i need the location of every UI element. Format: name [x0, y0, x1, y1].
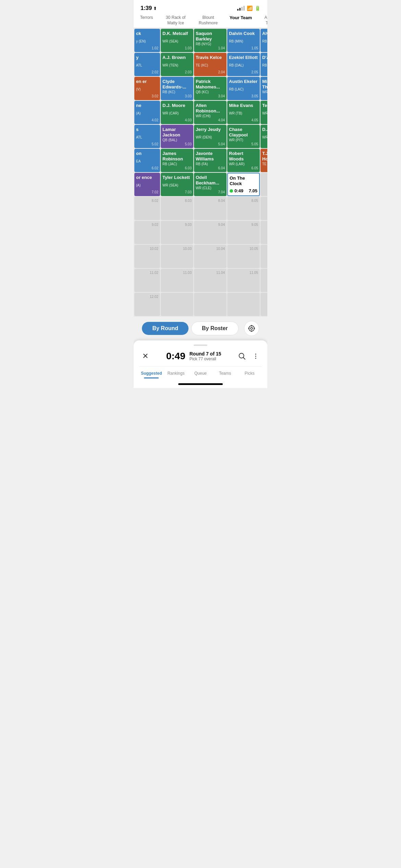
bottom-controls: ✕ 0:49 Round 7 of 15 Pick 77 overall [139, 350, 262, 362]
draft-grid: ck y (EN) 1.02 D.K. Metcalf WR (SEA) 1.0… [134, 28, 267, 317]
svg-point-9 [255, 356, 256, 357]
cell-2-5[interactable]: D'Andre Swift RB (DET) 2.06 [260, 53, 267, 76]
svg-point-1 [251, 327, 253, 329]
cell-2-1[interactable]: y ATL 2.02 [134, 53, 160, 76]
team-header-4: Your Team [224, 15, 257, 26]
more-options-button[interactable] [250, 350, 262, 362]
cell-6-2[interactable]: James Robinson RB (JAC) 6.03 [161, 149, 193, 172]
cell-1-1[interactable]: ck y (EN) 1.02 [134, 29, 160, 52]
cell-11-4: 11.05 [227, 269, 260, 292]
cell-5-4[interactable]: Chase Claypool WR (PIT) 5.05 [227, 125, 260, 148]
cell-6-4[interactable]: Robert Woods WR (LAR) 6.05 [227, 149, 260, 172]
close-button[interactable]: ✕ [139, 350, 151, 362]
on-clock-pick-num: 7.05 [249, 188, 257, 193]
cell-5-1[interactable]: s ATL 5.02 [134, 125, 160, 148]
cell-12-1: 12.02 [134, 293, 160, 316]
tab-rankings[interactable]: Rankings [164, 370, 189, 378]
cell-10-1: 10.02 [134, 245, 160, 268]
tab-queue[interactable]: Queue [188, 370, 213, 378]
cell-12-5 [260, 293, 267, 316]
location-icon: ⬆ [153, 6, 157, 11]
cell-1-3[interactable]: Saquon Barkley RB (NYG) 1.04 [194, 29, 227, 52]
cell-4-2[interactable]: D.J. Moore WR (CAR) 4.03 [161, 101, 193, 124]
search-button[interactable] [236, 350, 248, 362]
tab-picks[interactable]: Picks [237, 370, 262, 378]
cell-11-2: 11.03 [161, 269, 193, 292]
cell-1-2[interactable]: D.K. Metcalf WR (SEA) 1.03 [161, 29, 193, 52]
bottom-timer: 0:49 [166, 351, 185, 362]
team-header-2: 30 Rack ofMatty Ice [159, 15, 192, 26]
cell-12-2 [161, 293, 193, 316]
cell-4-1[interactable]: ne (A) 4.02 [134, 101, 160, 124]
cell-9-2: 9.03 [161, 221, 193, 244]
home-indicator [134, 380, 267, 388]
tab-suggested[interactable]: Suggested [139, 370, 164, 378]
cell-9-5: 9.06 [260, 221, 267, 244]
cell-8-3: 8.04 [194, 197, 227, 220]
clock-dot [230, 189, 233, 193]
cell-9-3: 9.04 [194, 221, 227, 244]
cell-9-1: 9.02 [134, 221, 160, 244]
svg-point-8 [255, 354, 256, 355]
round-info: Round 7 of 15 Pick 77 overall [190, 351, 221, 361]
svg-point-10 [255, 358, 256, 359]
drag-handle [194, 345, 207, 346]
cell-6-1[interactable]: on EA 6.02 [134, 149, 160, 172]
cell-5-5[interactable]: D.J. Chark... WR (JAC) 5.06 [260, 125, 267, 148]
by-roster-button[interactable]: By Roster [191, 322, 239, 335]
cell-5-2[interactable]: Lamar Jackson QB (BAL) 5.03 [161, 125, 193, 148]
round-text: Round 7 of 15 [190, 351, 221, 357]
svg-point-0 [249, 326, 254, 331]
cell-2-4[interactable]: Ezekiel Elliott RB (DAL) 2.05 [227, 53, 260, 76]
status-icons: 📶 🔋 [237, 5, 260, 11]
cell-1-5[interactable]: Alvin Kamara RB (NO) 1.06 [260, 29, 267, 52]
cell-10-5: 10.06 [260, 245, 267, 268]
tab-teams[interactable]: Teams [213, 370, 238, 378]
cell-3-3[interactable]: Patrick Mahomes... QB (KC) 3.04 [194, 77, 227, 100]
status-time: 1:39 [141, 5, 152, 12]
cell-10-4: 10.05 [227, 245, 260, 268]
cell-4-4[interactable]: Mike Evans WR (TB) 4.05 [227, 101, 260, 124]
cell-3-1[interactable]: en er (V) 3.02 [134, 77, 160, 100]
wifi-icon: 📶 [247, 5, 253, 11]
home-bar [178, 383, 223, 385]
cell-4-3[interactable]: Allen Robinson... WR (CHI) 4.04 [194, 101, 227, 124]
grid-inner: ck y (EN) 1.02 D.K. Metcalf WR (SEA) 1.0… [134, 28, 267, 317]
crosshair-button[interactable] [244, 321, 259, 336]
team-header-1: Terrors [134, 15, 159, 26]
by-round-button[interactable]: By Round [142, 322, 189, 335]
cell-9-4: 9.05 [227, 221, 260, 244]
cell-11-5: 11.06 [260, 269, 267, 292]
cell-5-3[interactable]: Jerry Jeudy WR (DEN) 5.04 [194, 125, 227, 148]
cell-1-4[interactable]: Dalvin Cook RB (MIN) 1.05 [227, 29, 260, 52]
cell-10-3: 10.04 [194, 245, 227, 268]
cell-4-5[interactable]: Tee Higgins WR (CIN) 4.06 [260, 101, 267, 124]
on-the-clock-cell[interactable]: On The Clock 0:49 7.05 [227, 173, 260, 196]
cell-3-4[interactable]: Austin Ekeler RB (LAC) 3.05 [227, 77, 260, 100]
cell-7-2[interactable]: Tyler Lockett WR (SEA) 7.03 [161, 173, 193, 196]
cell-12-3 [194, 293, 227, 316]
cell-2-2[interactable]: A.J. Brown WR (TEN) 2.03 [161, 53, 193, 76]
cell-7-3[interactable]: Odell Beckham... WR (CLE) 7.04 [194, 173, 227, 196]
battery-icon: 🔋 [255, 5, 260, 11]
cell-8-2: 8.03 [161, 197, 193, 220]
cell-3-5[interactable]: Michael Thomas WR (NO) 3.06 [260, 77, 267, 100]
cell-8-4: 8.05 [227, 197, 260, 220]
cell-6-3[interactable]: Javonte Williams RB (FA) 6.04 [194, 149, 227, 172]
bottom-bar: ✕ 0:49 Round 7 of 15 Pick 77 overall [134, 340, 267, 380]
team-header-3: BlountRushmore [192, 15, 224, 26]
signal-bars [237, 6, 245, 11]
status-bar: 1:39 ⬆ 📶 🔋 [134, 0, 267, 14]
cell-8-5: 8.06 [260, 197, 267, 220]
cell-11-3: 11.04 [194, 269, 227, 292]
cell-7-5: 7.06 [260, 173, 267, 196]
cell-11-1: 11.02 [134, 269, 160, 292]
timer-round-group: 0:49 Round 7 of 15 Pick 77 overall [166, 351, 221, 362]
pick-text: Pick 77 overall [190, 357, 221, 361]
cell-7-1[interactable]: or ence (A) 7.02 [134, 173, 160, 196]
cell-3-2[interactable]: Clyde Edwards-... RB (KC) 3.03 [161, 77, 193, 100]
cell-2-3[interactable]: Travis Kelce TE (KC) 2.04 [194, 53, 227, 76]
cell-6-5[interactable]: T.J. Hockenson TE (DET) 6.06 [260, 149, 267, 172]
bottom-action-icons [236, 350, 262, 362]
svg-line-7 [243, 358, 245, 360]
